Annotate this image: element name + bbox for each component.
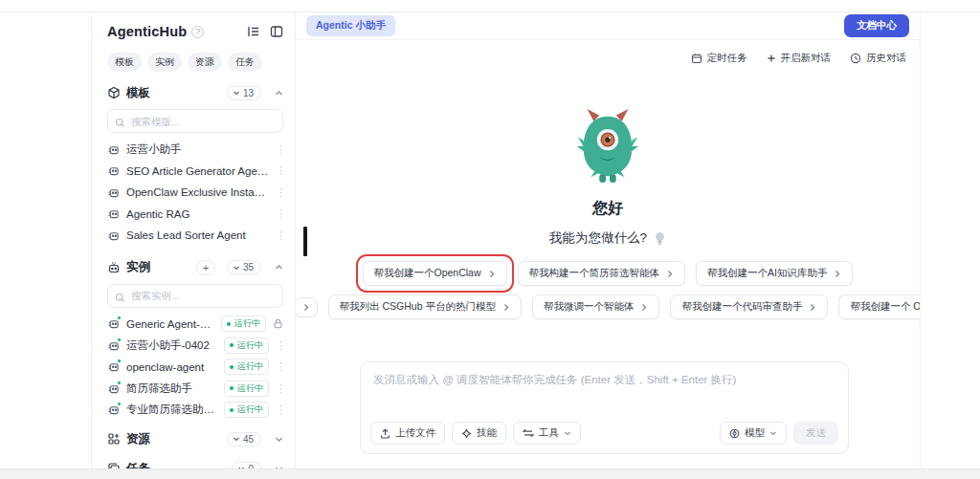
sidebar-tab-0[interactable]: 模板 — [107, 53, 142, 72]
instance-item[interactable]: 运营小助手-0402运行中⋮ — [107, 335, 283, 357]
section-resources-header[interactable]: 资源 45 — [107, 429, 283, 448]
more-menu-icon[interactable]: ⋮ — [276, 207, 283, 220]
agent-icon — [107, 164, 120, 177]
instance-item[interactable]: openclaw-agent运行中⋮ — [107, 357, 283, 379]
model-button[interactable]: 模型 — [720, 422, 787, 445]
chevron-up-icon[interactable] — [275, 89, 283, 98]
agent-icon — [107, 229, 120, 242]
more-menu-icon[interactable]: ⋮ — [276, 186, 283, 199]
search-icon — [115, 115, 125, 132]
online-dot — [117, 402, 122, 406]
template-item[interactable]: 运营小助手⋮ — [107, 139, 283, 161]
tab-agentic-assistant[interactable]: Agentic 小助手 — [306, 15, 395, 36]
sidebar-tab-2[interactable]: 资源 — [188, 53, 222, 72]
add-instance-button[interactable]: + — [196, 260, 215, 275]
main-area: Agentic 小助手 文档中心 定时任务开启新对话历史对话 — [296, 12, 920, 468]
tools-button[interactable]: 工具 — [513, 422, 581, 445]
instance-list: Generic Agent-0409运行中运营小助手-0402运行中⋮openc… — [107, 314, 283, 422]
search-icon — [115, 290, 125, 307]
suggestion-chip[interactable]: 帮我微调一个智能体 — [532, 294, 660, 319]
chip-label: 帮我构建一个简历筛选智能体 — [529, 267, 660, 280]
annotation-highlight: 帮我创建一个OpenClaw — [363, 261, 507, 286]
template-item[interactable]: SEO Article Generator Agent V2.0⋮ — [107, 161, 283, 183]
action-history[interactable]: 历史对话 — [850, 52, 906, 65]
suggestion-chip[interactable]: 帮我构建一个简历筛选智能体 — [518, 261, 686, 286]
online-dot — [117, 337, 122, 342]
more-menu-icon[interactable]: ⋮ — [276, 143, 283, 156]
suggestion-chip[interactable]: 帮我创建一个代码审查助手 — [670, 294, 828, 319]
outline-icon[interactable] — [247, 25, 260, 38]
chevron-down-icon — [769, 429, 777, 437]
suggestion-chips: 帮我创建一个OpenClaw帮我构建一个简历筛选智能体帮我创建一个AI知识库助手… — [296, 261, 920, 319]
agent-icon — [107, 360, 120, 373]
status-badge: 运行中 — [224, 359, 269, 375]
main-topbar: Agentic 小助手 文档中心 — [296, 12, 920, 40]
instance-search — [107, 284, 283, 308]
panel-toggle-icon[interactable] — [270, 25, 283, 38]
suggestion-chip-partial[interactable] — [296, 297, 318, 317]
more-menu-icon[interactable]: ⋮ — [276, 360, 283, 373]
instance-item[interactable]: 专业简历筛选助手_V2运行中⋮ — [107, 400, 283, 422]
doc-center-button[interactable]: 文档中心 — [844, 14, 909, 37]
status-badge: 运行中 — [224, 402, 269, 418]
action-plus[interactable]: 开启新对话 — [767, 52, 832, 65]
more-menu-icon[interactable]: ⋮ — [276, 339, 283, 352]
chevron-right-icon — [809, 303, 816, 312]
plus-icon — [767, 54, 776, 63]
message-input[interactable] — [361, 362, 848, 412]
calendar-icon — [691, 53, 702, 64]
suggestion-chip[interactable]: 帮我创建一个OpenClaw — [363, 261, 507, 286]
more-menu-icon[interactable]: ⋮ — [276, 403, 283, 416]
chevron-down-icon — [564, 429, 571, 437]
instance-item-label: Generic Agent-0409 — [126, 318, 214, 330]
sidebar-tab-1[interactable]: 实例 — [147, 53, 182, 72]
template-item[interactable]: Sales Lead Sorter Agent⋮ — [107, 225, 283, 247]
page: AgenticHub ? 模板实例资源任务 模板 13 运营小助手⋮SEO Ar… — [0, 0, 980, 479]
template-item[interactable]: Agentic RAG⋮ — [107, 204, 283, 226]
suggestion-chip[interactable]: 帮我创建一个 OpenC — [838, 294, 920, 319]
chip-row-1: 帮我创建一个OpenClaw帮我构建一个简历筛选智能体帮我创建一个AI知识库助手 — [363, 261, 854, 286]
agent-icon — [107, 382, 120, 395]
more-menu-icon[interactable]: ⋮ — [276, 382, 283, 395]
section-resources-label: 资源 — [126, 431, 150, 447]
upload-file-button[interactable]: 上传文件 — [370, 422, 445, 445]
templates-count-badge: 13 — [227, 86, 261, 100]
chip-row-2: 帮我列出 CSGHub 平台的热门模型帮我微调一个智能体帮我创建一个代码审查助手… — [296, 294, 920, 319]
mascot-monster — [570, 105, 645, 184]
chevron-right-icon — [666, 270, 674, 278]
robot-icon — [107, 261, 121, 274]
skills-button[interactable]: 技能 — [452, 422, 506, 445]
suggestion-chip[interactable]: 帮我列出 CSGHub 平台的热门模型 — [328, 294, 522, 319]
send-button[interactable]: 发送 — [793, 422, 838, 445]
instance-search-input[interactable] — [107, 284, 283, 308]
history-icon — [850, 53, 861, 64]
instance-item[interactable]: 简历筛选助手运行中⋮ — [107, 378, 283, 400]
section-tasks-header[interactable]: 任务 0 — [107, 459, 283, 468]
template-item-label: SEO Article Generator Agent V2.0 — [126, 165, 269, 177]
chevron-right-icon — [488, 270, 496, 278]
sidebar-tab-3[interactable]: 任务 — [228, 53, 262, 72]
section-templates-header[interactable]: 模板 13 — [107, 83, 283, 102]
swap-arrows-icon — [523, 428, 534, 438]
template-search-input[interactable] — [107, 109, 283, 133]
more-menu-icon[interactable]: ⋮ — [276, 229, 283, 242]
section-instances-header[interactable]: 实例 + 35 — [107, 258, 283, 277]
sparkle-icon — [461, 428, 472, 439]
agent-icon — [107, 143, 120, 156]
app-window: AgenticHub ? 模板实例资源任务 模板 13 运营小助手⋮SEO Ar… — [91, 12, 921, 468]
online-dot — [117, 359, 122, 363]
suggestion-chip[interactable]: 帮我创建一个AI知识库助手 — [696, 261, 853, 286]
chevron-right-icon — [834, 270, 841, 278]
instances-count-badge: 35 — [227, 260, 261, 274]
help-icon[interactable]: ? — [191, 26, 204, 38]
template-item[interactable]: OpenClaw Exclusive Instance⋮ — [107, 182, 283, 204]
chevron-down-icon[interactable] — [275, 435, 283, 444]
template-item-label: Sales Lead Sorter Agent — [126, 229, 269, 241]
more-menu-icon[interactable]: ⋮ — [276, 164, 283, 177]
chevron-up-icon[interactable] — [275, 263, 283, 272]
instance-item[interactable]: Generic Agent-0409运行中 — [107, 314, 283, 336]
agent-icon — [107, 317, 120, 330]
section-instances-label: 实例 — [126, 259, 150, 275]
tasks-count-badge: 0 — [232, 462, 261, 469]
action-calendar[interactable]: 定时任务 — [691, 52, 747, 65]
